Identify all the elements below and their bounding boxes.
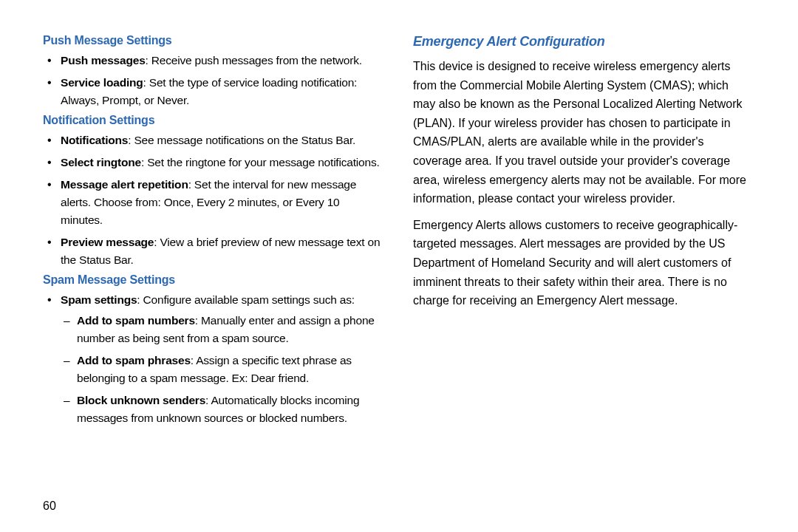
list-item: Block unknown senders: Automatically blo… (77, 392, 383, 427)
term: Select ringtone (61, 156, 141, 168)
left-column: Push Message Settings Push messages: Rec… (43, 30, 406, 532)
list-item: Message alert repetition: Set the interv… (58, 176, 383, 229)
term: Block unknown senders (77, 394, 205, 406)
term: Preview message (61, 236, 154, 248)
desc: : Configure available spam settings such… (137, 293, 354, 306)
term: Add to spam phrases (77, 354, 191, 366)
list-item: Add to spam numbers: Manually enter and … (77, 312, 383, 347)
list-spam-sub: Add to spam numbers: Manually enter and … (61, 312, 383, 427)
page-number: 60 (43, 499, 56, 513)
term: Service loading (61, 76, 143, 89)
desc: : Receive push messages from the network… (146, 54, 362, 66)
paragraph: This device is designed to receive wirel… (413, 57, 754, 208)
list-notification: Notifications: See message notifications… (43, 132, 383, 269)
heading-push: Push Message Settings (43, 34, 383, 47)
heading-spam: Spam Message Settings (43, 273, 383, 287)
list-item: Notifications: See message notifications… (58, 132, 383, 149)
list-item: Push messages: Receive push messages fro… (58, 52, 383, 69)
heading-emergency: Emergency Alert Configuration (413, 34, 754, 50)
list-item: Add to spam phrases: Assign a specific t… (77, 352, 383, 387)
paragraph: Emergency Alerts allows customers to rec… (413, 216, 754, 310)
term: Message alert repetition (61, 178, 188, 191)
desc: : Set the ringtone for your message noti… (141, 156, 380, 168)
term: Notifications (61, 134, 128, 146)
page-content: Push Message Settings Push messages: Rec… (0, 0, 798, 532)
heading-notification: Notification Settings (43, 114, 383, 127)
list-item: Preview message: View a brief preview of… (58, 233, 383, 269)
desc: : See message notifications on the Statu… (128, 134, 355, 146)
right-column: Emergency Alert Configuration This devic… (406, 30, 768, 532)
term: Push messages (61, 54, 146, 66)
term: Add to spam numbers (77, 314, 195, 327)
list-push: Push messages: Receive push messages fro… (43, 52, 383, 109)
list-item: Select ringtone: Set the ringtone for yo… (58, 154, 383, 171)
list-spam: Spam settings: Configure available spam … (43, 291, 383, 427)
list-item: Service loading: Set the type of service… (58, 74, 383, 109)
list-item: Spam settings: Configure available spam … (58, 291, 383, 427)
term: Spam settings (61, 293, 137, 306)
